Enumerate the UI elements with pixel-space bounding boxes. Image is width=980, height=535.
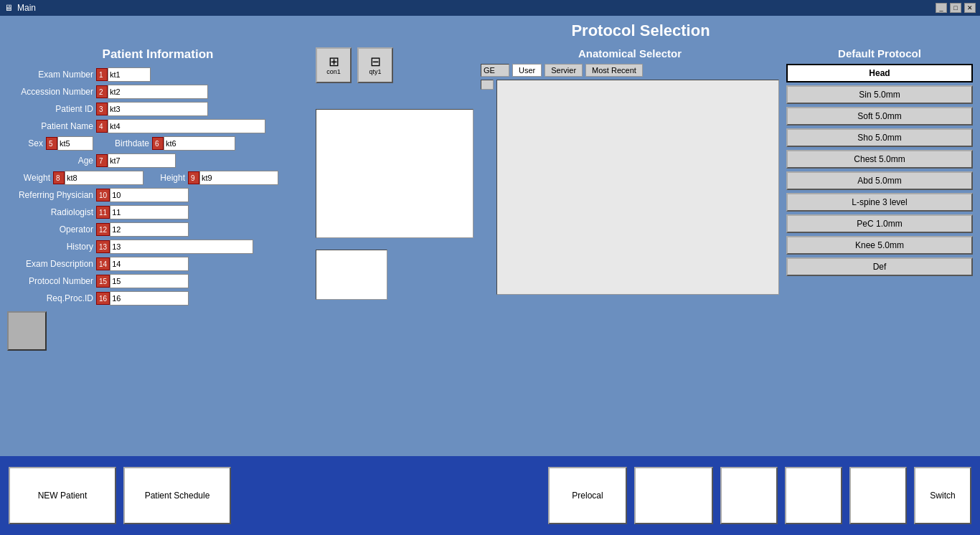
height-input[interactable] [199,171,278,185]
middle-panel: ⊞ con1 ⊟ qty1 [316,47,473,452]
default-protocol-title: Default Protocol [786,47,973,60]
req-proc-id-input[interactable] [110,291,189,306]
field-num-16: 16 [96,292,110,305]
patient-name-input[interactable] [108,119,265,133]
protocol-btn-sho[interactable]: Sho 5.0mm [786,128,973,147]
patient-name-row: Patient Name 4 [7,119,308,133]
exam-description-input[interactable] [110,257,189,271]
exam-description-label: Exam Description [7,259,93,269]
toolbar-btn-blank3[interactable] [785,467,842,524]
sex-input[interactable] [57,136,93,151]
qty1-button[interactable]: ⊟ qty1 [357,47,393,83]
minimize-button[interactable]: _ [936,3,947,13]
protocol-btn-abd[interactable]: Abd 5.0mm [786,171,973,190]
weight-input[interactable] [65,171,143,185]
protocol-btn-sin[interactable]: Sin 5.0mm [786,85,973,104]
protocol-btn-def[interactable]: Def [786,257,973,276]
app-icon: 🖥 [4,3,13,13]
protocol-btn-chest[interactable]: Chest 5.0mm [786,150,973,169]
switch-button[interactable]: Switch [914,467,971,524]
protocol-btn-lspine[interactable]: L-spine 3 level [786,193,973,212]
operator-label: Operator [7,224,93,235]
sex-label: Sex [7,138,43,148]
sex-birthdate-row: Sex 5 Birthdate 6 [7,136,308,151]
weight-label: Weight [7,173,50,183]
field-num-3: 3 [96,103,108,115]
field-num-10: 10 [96,189,110,202]
title-bar-title: Main [17,3,36,13]
protocol-btn-pec[interactable]: PeC 1.0mm [786,214,973,233]
tab-user[interactable]: User [512,64,542,77]
field-num-4: 4 [96,120,108,133]
field-num-14: 14 [96,257,110,270]
birthdate-input[interactable] [164,136,235,151]
referring-physician-label: Referring Physician [7,190,93,200]
toolbar-btn-blank1[interactable] [634,467,713,524]
protocol-btn-head[interactable]: Head [786,64,973,82]
qty1-label: qty1 [369,68,381,75]
qty1-icon: ⊟ [370,55,381,68]
field-num-2: 2 [96,85,108,98]
height-label: Height [149,173,185,183]
birthdate-label: Birthdate [99,138,149,148]
field-num-15: 15 [96,275,110,288]
weight-height-row: Weight 8 Height 9 [7,171,308,185]
accession-number-input[interactable] [108,85,208,99]
toolbar-btn-blank4[interactable] [849,467,907,524]
large-white-box [316,109,473,238]
con1-icon: ⊞ [329,55,339,68]
history-row: History 13 [7,240,308,254]
req-proc-id-row: Req.Proc.ID 16 [7,291,308,306]
con1-label: con1 [326,68,341,75]
exam-number-row: Exam Number 1 [7,67,308,82]
protocol-number-input[interactable] [110,274,189,288]
age-row: Age 7 [7,153,308,168]
operator-input[interactable] [110,222,189,237]
exam-description-row: Exam Description 14 [7,257,308,271]
anatomical-icon [481,80,494,90]
field-num-7: 7 [96,154,108,167]
field-num-13: 13 [96,240,110,253]
con1-button[interactable]: ⊞ con1 [316,47,352,83]
new-patient-button[interactable]: NEW Patient [9,467,116,524]
field-num-5: 5 [46,137,57,150]
history-input[interactable] [110,240,253,254]
toolbar-btn-blank2[interactable] [720,467,778,524]
field-num-9: 9 [188,171,199,184]
radiologist-row: Radiologist 11 [7,205,308,219]
photo-box [7,311,47,351]
accession-number-label: Accession Number [7,87,93,97]
radiologist-input[interactable] [110,205,189,219]
exam-number-input[interactable] [108,67,151,82]
req-proc-id-label: Req.Proc.ID [7,293,93,303]
patient-id-input[interactable] [108,102,208,116]
tab-most-recent[interactable]: Most Recent [585,64,643,77]
protocol-btn-soft[interactable]: Soft 5.0mm [786,107,973,126]
age-label: Age [7,156,93,166]
protocol-btn-knee[interactable]: Knee 5.0mm [786,236,973,255]
patient-schedule-button[interactable]: Patient Schedule [123,467,231,524]
title-bar: 🖥 Main _ □ ✕ [0,0,980,16]
field-num-1: 1 [96,68,108,81]
protocol-number-row: Protocol Number 15 [7,274,308,288]
default-protocol-panel: Default Protocol Head Sin 5.0mm Soft 5.0… [786,47,973,452]
bottom-toolbar: NEW Patient Patient Schedule Prelocal Sw… [0,456,980,535]
anatomical-list [496,80,779,295]
accession-number-row: Accession Number 2 [7,85,308,99]
age-input[interactable] [108,153,176,168]
radiologist-label: Radiologist [7,207,93,217]
history-label: History [7,242,93,252]
anatomical-ge-label: GE [481,64,509,77]
maximize-button[interactable]: □ [950,3,961,13]
small-white-box [316,250,387,300]
main-area: Protocol Selection Patient Information E… [0,16,980,456]
referring-physician-input[interactable] [110,188,189,202]
prelocal-button[interactable]: Prelocal [548,467,627,524]
exam-number-label: Exam Number [7,70,93,80]
patient-id-row: Patient ID 3 [7,102,308,116]
patient-info-title: Patient Information [7,47,308,62]
field-num-11: 11 [96,206,110,219]
patient-info-panel: Patient Information Exam Number 1 Access… [7,47,308,452]
close-button[interactable]: ✕ [964,3,976,13]
tab-servier[interactable]: Servier [545,64,583,77]
